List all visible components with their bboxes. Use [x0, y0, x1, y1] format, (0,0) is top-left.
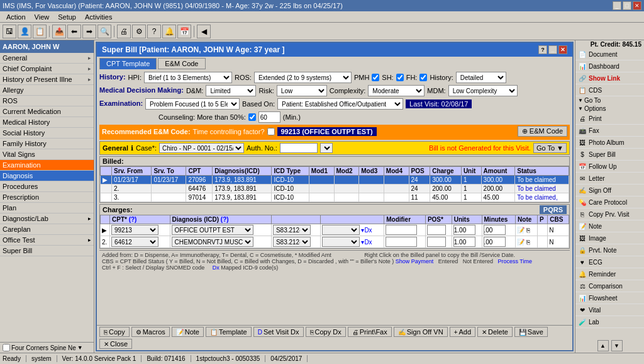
- cpt-select-2[interactable]: 64612: [111, 237, 158, 247]
- risk-select[interactable]: Low: [277, 85, 327, 96]
- right-options-section[interactable]: ▼ Options: [575, 105, 644, 113]
- menu-view[interactable]: View: [31, 13, 53, 21]
- copy-btn[interactable]: ⎘Copy: [99, 327, 130, 337]
- sidebar-item-office-test[interactable]: Office Test ▸: [0, 235, 94, 246]
- set-visit-dx-btn[interactable]: DSet Visit Dx: [253, 327, 304, 337]
- sidebar-item-chief-complaint[interactable]: Chief Complaint ▸: [0, 64, 94, 74]
- cpt-select-1[interactable]: 99213: [111, 225, 158, 235]
- counseling-checkbox[interactable]: [248, 113, 256, 121]
- pmh-checkbox[interactable]: [372, 74, 379, 81]
- right-item-reminder[interactable]: 🔔 Reminder: [575, 268, 644, 280]
- go-to-btn[interactable]: Go To ▼: [533, 143, 567, 153]
- toolbar-btn-1[interactable]: 🖫: [3, 25, 16, 38]
- charges-row[interactable]: 2. 64612 CHEMODNRVTJ MUSC MUS: [101, 236, 569, 248]
- right-goto-section[interactable]: ▼ Go To: [575, 96, 644, 105]
- icd-select-2a[interactable]: S83.2124: [273, 237, 311, 247]
- right-item-lab[interactable]: 🧪 Lab: [575, 316, 644, 328]
- diag-select-2[interactable]: CHEMODNRVTJ MUSC MUS: [172, 237, 253, 247]
- right-item-print[interactable]: 🖨 Print: [575, 113, 644, 125]
- close-app-btn[interactable]: ✕: [633, 1, 641, 10]
- toolbar-btn-2[interactable]: 👤: [18, 25, 31, 38]
- copy-dx-btn[interactable]: ⎘Copy Dx: [306, 327, 346, 337]
- sidebar-item-allergy[interactable]: Allergy: [0, 85, 94, 96]
- template-btn[interactable]: 📋Template: [206, 327, 252, 337]
- right-item-ecg[interactable]: ♥ ECG: [575, 256, 644, 268]
- process-time-link[interactable]: Process Time: [497, 258, 532, 264]
- sidebar-item-procedures[interactable]: Procedures: [0, 181, 94, 192]
- right-item-photo-album[interactable]: 🖼 Photo Album: [575, 137, 644, 149]
- sidebar-item-careplan[interactable]: Careplan: [0, 224, 94, 235]
- tab-cpt-template[interactable]: CPT Template: [99, 58, 157, 69]
- sidebar-item-social-history[interactable]: Social History: [0, 128, 94, 139]
- sidebar-item-super-bill[interactable]: Super Bill: [0, 246, 94, 256]
- sidebar-item-general[interactable]: General ▸: [0, 53, 94, 64]
- counseling-minutes-input[interactable]: [258, 111, 280, 123]
- time-controlling-checkbox[interactable]: [267, 128, 275, 135]
- toolbar-btn-7[interactable]: 🔍: [97, 25, 111, 38]
- auth-select[interactable]: [320, 143, 333, 153]
- dx-icon-1[interactable]: ▾Dx: [361, 227, 372, 234]
- right-item-cds[interactable]: 📋 CDS: [575, 84, 644, 96]
- sh-checkbox[interactable]: [396, 74, 404, 81]
- toolbar-btn-12[interactable]: 📅: [177, 25, 191, 38]
- toolbar-btn-10[interactable]: ?: [147, 25, 161, 38]
- complexity-select[interactable]: Moderate: [368, 85, 425, 96]
- sidebar-item-medical-history[interactable]: Medical History: [0, 117, 94, 128]
- right-item-dashboard[interactable]: 📊 Dashboard: [575, 60, 644, 72]
- sign-off-vn-btn[interactable]: ✍Sign Off VN: [394, 327, 448, 337]
- dm-select[interactable]: Limited: [206, 85, 256, 96]
- note-btn[interactable]: 📝Note: [172, 327, 204, 337]
- hpi-select[interactable]: Brief (1 to 3 Elements): [144, 72, 232, 83]
- sidebar-item-ros[interactable]: ROS: [0, 96, 94, 106]
- exam-select[interactable]: Problem Focused (1 to 5 Eleme: [145, 98, 240, 110]
- modifier-input-2[interactable]: [386, 237, 417, 247]
- table-row[interactable]: 2. 64476 173.9, 183.891 ICD-10: [101, 185, 569, 193]
- sidebar-item-family-history[interactable]: Family History: [0, 139, 94, 149]
- scroll-down-btn[interactable]: ▼: [611, 340, 623, 351]
- table-row[interactable]: ▶ 01/23/17 01/23/17 27096 173.9, 183.891…: [101, 176, 569, 185]
- toolbar-btn-5[interactable]: ⬅: [67, 25, 81, 38]
- history-select[interactable]: Detailed: [456, 72, 506, 83]
- delete-btn[interactable]: ✕Delete: [477, 327, 513, 337]
- sb-help-btn[interactable]: ?: [538, 45, 547, 54]
- mdm-select[interactable]: Low Complexity: [448, 85, 518, 96]
- right-item-document[interactable]: 📄 Document: [575, 48, 644, 60]
- sidebar-item-diagnosis[interactable]: Diagnosis: [0, 171, 94, 181]
- tab-em-code[interactable]: E&M Code: [158, 58, 205, 69]
- right-item-show-link[interactable]: 🔗 Show Link: [575, 72, 644, 84]
- restore-btn[interactable]: □: [623, 1, 631, 10]
- icd-select-2b[interactable]: [322, 237, 360, 247]
- diag-select-1[interactable]: OFFICE OUTPT EST: [172, 225, 253, 235]
- case-select[interactable]: Chiro - NP - 0001 - 02/15/: [159, 143, 244, 153]
- icd-select-1b[interactable]: [322, 225, 360, 235]
- right-item-comparison[interactable]: ⚖ Comparison: [575, 280, 644, 292]
- menu-activities[interactable]: Activities: [81, 13, 116, 21]
- minutes-input-1[interactable]: [484, 225, 506, 235]
- pos-input-1[interactable]: [427, 225, 446, 235]
- right-item-copy-prv-visit[interactable]: ⎘ Copy Prv. Visit: [575, 208, 644, 220]
- scroll-up-btn[interactable]: ▲: [597, 340, 609, 351]
- sidebar-item-diagnostic-lab[interactable]: Diagnostic/Lab ▸: [0, 213, 94, 224]
- toolbar-btn-13[interactable]: ◀: [197, 25, 211, 38]
- fh-checkbox[interactable]: [419, 74, 427, 81]
- auth-input[interactable]: [280, 143, 318, 153]
- right-item-care-protocol[interactable]: 💊 Care Protocol: [575, 196, 644, 208]
- menu-setup[interactable]: Setup: [54, 13, 80, 21]
- charges-table-container[interactable]: CPT* (?) Diagnosis (ICD) (?) Modifier PO…: [100, 215, 569, 248]
- copy-icon-1[interactable]: ⎘: [526, 227, 530, 234]
- right-item-note[interactable]: 📝 Note: [575, 220, 644, 232]
- sidebar-item-vital-signs[interactable]: Vital Signs: [0, 149, 94, 160]
- right-item-letter[interactable]: ✉ Letter: [575, 173, 644, 185]
- table-row[interactable]: 3. 97014 173.9, 183.891 ICD-10: [101, 193, 569, 202]
- modifier-input-1[interactable]: [386, 225, 417, 235]
- menu-action[interactable]: Action: [3, 13, 30, 21]
- show-payment-link[interactable]: Show Payment: [396, 258, 434, 264]
- right-item-follow-up[interactable]: 📅 Follow Up: [575, 161, 644, 173]
- note-icon-2[interactable]: 📝: [517, 239, 525, 246]
- sidebar-item-plan[interactable]: Plan: [0, 203, 94, 213]
- add-btn[interactable]: +Add: [450, 327, 475, 337]
- toolbar-btn-9[interactable]: ⚙: [132, 25, 146, 38]
- print-fax-btn[interactable]: 🖨Print\Fax: [348, 327, 392, 337]
- billed-table-container[interactable]: Srv. From Srv. To CPT Diagnosis(ICD) ICD…: [100, 166, 569, 202]
- right-item-fax[interactable]: 📠 Fax: [575, 125, 644, 137]
